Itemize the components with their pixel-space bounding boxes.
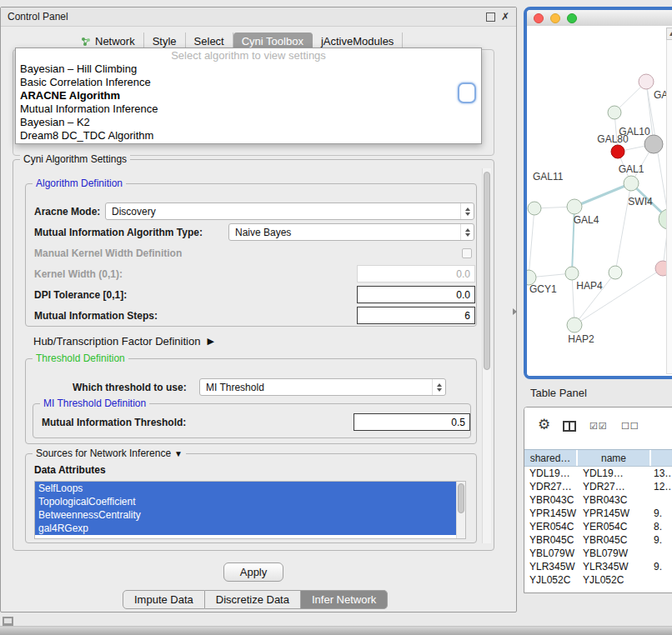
- manual-kernel-label: Manual Kernel Width Definition: [34, 248, 182, 259]
- table-cell: YLR345W: [524, 561, 578, 572]
- table-cell: YBL079W: [524, 548, 578, 559]
- network-node[interactable]: [608, 106, 621, 119]
- dpi-tolerance-field[interactable]: [357, 286, 475, 303]
- table-cell: 9.: [651, 561, 672, 572]
- network-node[interactable]: [639, 74, 654, 89]
- column-header-shared-name[interactable]: shared…: [524, 450, 578, 466]
- network-scrollbar[interactable]: [666, 28, 672, 374]
- network-node-label: GCY1: [529, 283, 557, 295]
- select-all-checkboxes-icon[interactable]: ☑☑: [589, 421, 608, 432]
- column-header-name[interactable]: name: [578, 450, 651, 466]
- cyni-algorithm-settings-group: Cyni Algorithm Settings Algorithm Defini…: [13, 159, 494, 551]
- mi-type-value: Naive Bayes: [235, 227, 291, 238]
- network-node-label: GAL1: [619, 163, 644, 175]
- table-cell: 12…: [651, 481, 672, 492]
- mi-type-label: Mutual Information Algorithm Type:: [34, 227, 203, 238]
- mi-steps-field[interactable]: [357, 307, 475, 324]
- attribute-item[interactable]: BetweennessCentrality: [35, 508, 456, 522]
- table-row[interactable]: YLR345WYLR345W9.: [524, 560, 672, 573]
- minimize-traffic-light-icon[interactable]: [550, 13, 560, 23]
- network-node[interactable]: [624, 176, 639, 191]
- column-header-partial[interactable]: [651, 450, 672, 466]
- network-node-label: GAL10: [619, 126, 650, 138]
- tab-label: Network: [95, 35, 135, 48]
- bottom-tab-discretize-data[interactable]: Discretize Data: [205, 590, 301, 609]
- attribute-item[interactable]: gal4RGexp: [35, 522, 456, 535]
- table-row[interactable]: YBR045CYBR045C9.: [524, 533, 672, 547]
- network-scroll-up-icon[interactable]: ▲: [666, 28, 672, 40]
- table-cell: YJL052C: [524, 574, 578, 586]
- data-attributes-list[interactable]: SelfLoopsTopologicalCoefficientBetweenne…: [34, 481, 466, 539]
- algorithm-option[interactable]: Bayesian – Hill Climbing: [16, 62, 481, 76]
- control-panel-titlebar[interactable]: Control Panel ✗: [1, 8, 516, 27]
- hub-section-toggle[interactable]: Hub/Transcription Factor Definition ▶: [33, 335, 214, 348]
- table-row[interactable]: YDL19…YDL19…13…: [524, 467, 672, 480]
- table-cell: YER054C: [524, 521, 578, 532]
- table-row[interactable]: YDR27…YDR27…12…: [524, 480, 672, 493]
- settings-scrollbar-thumb[interactable]: [484, 172, 490, 370]
- tab-label: jActiveModules: [321, 35, 394, 48]
- network-node[interactable]: [565, 267, 579, 280]
- aracne-mode-select[interactable]: Discovery: [105, 202, 474, 220]
- table-row[interactable]: YER054CYER054C8.: [524, 520, 672, 533]
- table-body: YDL19…YDL19…13…YDR27…YDR27…12…YBR043CYBR…: [524, 467, 672, 587]
- expand-right-icon: ▶: [207, 336, 213, 347]
- algorithm-option[interactable]: Basic Correlation Inference: [16, 76, 481, 89]
- table-row[interactable]: YPR145WYPR145W9.: [524, 507, 672, 520]
- kernel-width-field[interactable]: [357, 265, 475, 282]
- network-node[interactable]: [567, 318, 582, 332]
- algorithm-option[interactable]: Bayesian – K2: [16, 116, 481, 129]
- table-row[interactable]: YBL079WYBL079W: [524, 547, 672, 560]
- apply-button[interactable]: Apply: [223, 562, 283, 582]
- mi-threshold-label: Mutual Information Threshold:: [42, 417, 186, 428]
- table-panel-window: ⚙ ☑☑ ☐☐ shared… name YDL19…YDL19…13…YDR2…: [524, 407, 672, 593]
- mi-threshold-field[interactable]: [354, 413, 470, 431]
- settings-scrollbar[interactable]: [482, 168, 491, 543]
- table-row[interactable]: YBR043CYBR043C: [524, 493, 672, 507]
- splitter-collapse-icon[interactable]: [513, 308, 517, 315]
- network-node[interactable]: [609, 266, 622, 279]
- mi-type-select[interactable]: Naive Bayes: [228, 223, 474, 241]
- table-cell: YBR043C: [524, 494, 578, 506]
- zoom-traffic-light-icon[interactable]: [567, 13, 577, 23]
- algorithm-option[interactable]: Dream8 DC_TDC Algorithm: [16, 129, 481, 142]
- network-node[interactable]: [528, 202, 541, 215]
- mi-steps-label: Mutual Information Steps:: [34, 310, 158, 322]
- columns-icon[interactable]: [563, 421, 576, 432]
- deselect-all-checkboxes-icon[interactable]: ☐☐: [621, 421, 639, 432]
- attributes-scrollbar-thumb[interactable]: [458, 483, 464, 513]
- close-traffic-light-icon[interactable]: [534, 13, 544, 23]
- bottom-tab-bar: Impute DataDiscretize DataInfer Network: [123, 590, 388, 609]
- sources-toggle[interactable]: Sources for Network Inference▼: [33, 448, 186, 459]
- which-threshold-select[interactable]: MI Threshold: [199, 378, 446, 396]
- network-node[interactable]: [567, 199, 582, 214]
- attribute-item[interactable]: SelfLoops: [35, 482, 456, 495]
- float-window-icon[interactable]: [486, 12, 495, 22]
- which-threshold-label: Which threshold to use:: [73, 382, 187, 393]
- expand-down-icon: ▼: [174, 449, 183, 458]
- network-canvas-container[interactable]: GAL80GAL10GALGAL11GAL1SWI4GAL4GCY1HAP4HA…: [527, 26, 672, 376]
- settings-group-title: Cyni Algorithm Settings: [20, 153, 130, 165]
- attribute-item[interactable]: TopologicalCoefficient: [35, 495, 456, 508]
- bottom-tab-infer-network[interactable]: Infer Network: [301, 590, 388, 609]
- network-window-titlebar[interactable]: [527, 10, 672, 27]
- attr-items: SelfLoopsTopologicalCoefficientBetweenne…: [35, 482, 465, 535]
- focused-spinner-control[interactable]: [458, 82, 476, 103]
- status-bar: [0, 626, 672, 635]
- table-row[interactable]: YJL052CYJL052C: [524, 573, 672, 587]
- network-canvas[interactable]: GAL80GAL10GALGAL11GAL1SWI4GAL4GCY1HAP4HA…: [527, 26, 672, 376]
- table-cell: YDR27…: [578, 481, 651, 492]
- data-attributes-label: Data Attributes: [34, 464, 106, 476]
- close-icon[interactable]: ✗: [501, 12, 509, 22]
- manual-kernel-checkbox[interactable]: [462, 248, 472, 258]
- bottom-tab-impute-data[interactable]: Impute Data: [123, 590, 205, 609]
- algorithm-option[interactable]: Mutual Information Inference: [16, 102, 481, 116]
- attributes-scrollbar[interactable]: [456, 482, 465, 538]
- network-node[interactable]: [644, 135, 663, 153]
- network-node-label: SWI4: [628, 196, 653, 208]
- which-threshold-value: MI Threshold: [206, 382, 264, 393]
- desktop: Control Panel ✗ NetworkStyleSelectCyni T…: [0, 0, 672, 635]
- network-node[interactable]: [611, 145, 624, 158]
- algorithm-option[interactable]: ARACNE Algorithm: [16, 89, 481, 102]
- gear-icon[interactable]: ⚙: [538, 416, 550, 433]
